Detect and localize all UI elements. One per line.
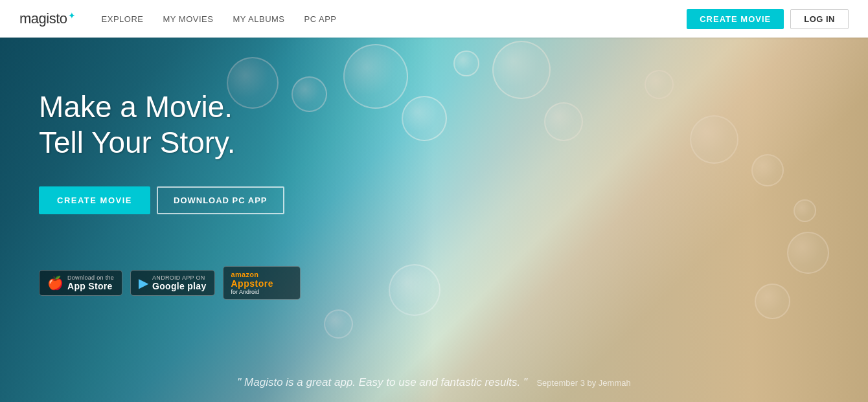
nav-pc-app[interactable]: PC APP — [304, 14, 337, 24]
app-store-large-text: App Store — [67, 281, 114, 291]
amazon-large-text: Appstore — [231, 278, 273, 289]
header: magisto✦ EXPLORE MY MOVIES MY ALBUMS PC … — [0, 0, 868, 38]
logo[interactable]: magisto✦ — [19, 10, 76, 27]
main-nav: EXPLORE MY MOVIES MY ALBUMS PC APP — [102, 14, 687, 24]
hero-content: Make a Movie. Tell Your Story. CREATE MO… — [0, 38, 339, 352]
create-movie-button-hero[interactable]: CREATE MOVIE — [39, 186, 150, 214]
amazon-small-text: amazon — [231, 271, 273, 278]
cta-buttons: CREATE MOVIE DOWNLOAD PC APP — [39, 186, 301, 214]
amazon-subtitle-text: for Android — [231, 289, 273, 295]
google-play-badge[interactable]: ▶ ANDROID APP ON Google play — [130, 270, 214, 296]
amazon-badge[interactable]: amazon Appstore for Android — [223, 266, 301, 300]
hero-tagline: Make a Movie. Tell Your Story. — [39, 89, 301, 161]
google-play-text: ANDROID APP ON Google play — [152, 274, 206, 291]
testimonial-quote: " Magisto is a great app. Easy to use an… — [237, 376, 527, 388]
logo-text: magisto — [19, 10, 67, 27]
google-play-large-text: Google play — [152, 281, 206, 291]
app-badges: 🍎 Download on the App Store ▶ ANDROID AP… — [39, 266, 301, 300]
logo-star: ✦ — [68, 10, 76, 21]
testimonial: " Magisto is a great app. Easy to use an… — [237, 376, 630, 389]
tagline-line2: Tell Your Story. — [39, 125, 301, 161]
download-pc-button[interactable]: DOWNLOAD PC APP — [157, 186, 284, 214]
apple-icon: 🍎 — [47, 275, 63, 291]
create-movie-button-header[interactable]: CREATE MOVIE — [687, 9, 784, 29]
nav-explore[interactable]: EXPLORE — [102, 14, 144, 24]
hero-section: Make a Movie. Tell Your Story. CREATE MO… — [0, 38, 868, 402]
app-store-text: Download on the App Store — [67, 274, 114, 291]
google-play-icon: ▶ — [139, 275, 148, 291]
nav-my-albums[interactable]: MY ALBUMS — [233, 14, 284, 24]
app-store-badge[interactable]: 🍎 Download on the App Store — [39, 270, 122, 296]
tagline-line1: Make a Movie. — [39, 89, 301, 125]
google-play-small-text: ANDROID APP ON — [152, 274, 206, 281]
header-actions: CREATE MOVIE LOG IN — [687, 9, 849, 29]
login-button[interactable]: LOG IN — [790, 9, 849, 29]
amazon-badge-text: amazon Appstore for Android — [231, 271, 273, 295]
app-store-small-text: Download on the — [67, 274, 114, 281]
testimonial-author: September 3 by Jemmah — [536, 378, 630, 388]
nav-my-movies[interactable]: MY MOVIES — [163, 14, 213, 24]
